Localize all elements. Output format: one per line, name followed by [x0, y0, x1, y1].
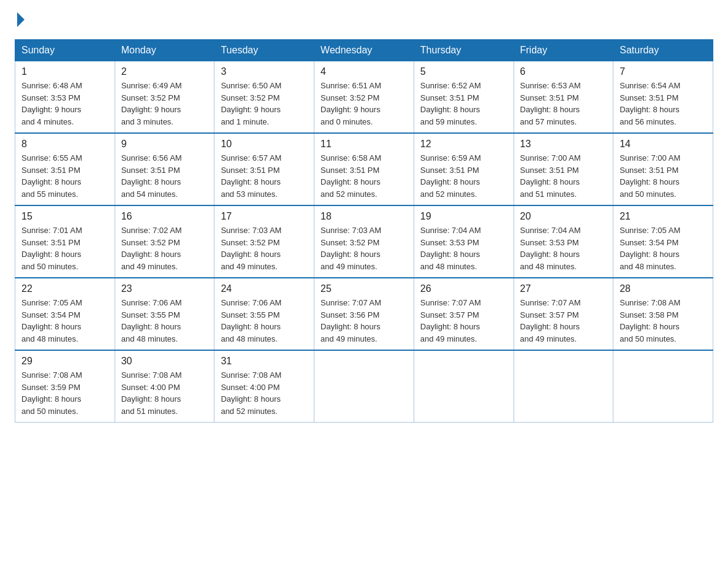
day-number: 1: [21, 66, 108, 77]
calendar-header-friday: Friday: [514, 40, 613, 61]
day-number: 28: [620, 283, 707, 294]
calendar-cell: 11 Sunrise: 6:58 AMSunset: 3:51 PMDaylig…: [314, 133, 414, 205]
day-info: Sunrise: 7:08 AMSunset: 4:00 PMDaylight:…: [221, 369, 308, 417]
calendar-cell: 15 Sunrise: 7:01 AMSunset: 3:51 PMDaylig…: [15, 205, 115, 278]
day-number: 30: [121, 356, 208, 367]
calendar-cell: 10 Sunrise: 6:57 AMSunset: 3:51 PMDaylig…: [214, 133, 314, 205]
day-info: Sunrise: 7:08 AMSunset: 3:59 PMDaylight:…: [21, 369, 108, 417]
calendar-cell: 9 Sunrise: 6:56 AMSunset: 3:51 PMDayligh…: [115, 133, 214, 205]
day-number: 14: [620, 139, 707, 150]
calendar-cell: 22 Sunrise: 7:05 AMSunset: 3:54 PMDaylig…: [15, 278, 115, 350]
calendar-cell: 1 Sunrise: 6:48 AMSunset: 3:53 PMDayligh…: [15, 61, 115, 134]
day-info: Sunrise: 7:00 AMSunset: 3:51 PMDaylight:…: [520, 152, 607, 200]
calendar-week-row: 1 Sunrise: 6:48 AMSunset: 3:53 PMDayligh…: [15, 61, 713, 134]
day-info: Sunrise: 7:00 AMSunset: 3:51 PMDaylight:…: [620, 152, 707, 200]
day-info: Sunrise: 6:51 AMSunset: 3:52 PMDaylight:…: [320, 80, 408, 128]
day-info: Sunrise: 6:56 AMSunset: 3:51 PMDaylight:…: [121, 152, 208, 200]
day-number: 5: [420, 66, 507, 77]
calendar-cell: [613, 350, 713, 423]
day-info: Sunrise: 7:07 AMSunset: 3:56 PMDaylight:…: [320, 297, 408, 345]
day-number: 8: [21, 139, 108, 150]
day-number: 23: [121, 283, 208, 294]
day-info: Sunrise: 7:08 AMSunset: 3:58 PMDaylight:…: [620, 297, 707, 345]
calendar-cell: 23 Sunrise: 7:06 AMSunset: 3:55 PMDaylig…: [115, 278, 214, 350]
calendar-cell: 13 Sunrise: 7:00 AMSunset: 3:51 PMDaylig…: [514, 133, 613, 205]
calendar-cell: [314, 350, 414, 423]
calendar-week-row: 22 Sunrise: 7:05 AMSunset: 3:54 PMDaylig…: [15, 278, 713, 350]
day-info: Sunrise: 7:07 AMSunset: 3:57 PMDaylight:…: [520, 297, 607, 345]
day-info: Sunrise: 7:06 AMSunset: 3:55 PMDaylight:…: [221, 297, 308, 345]
calendar-week-row: 8 Sunrise: 6:55 AMSunset: 3:51 PMDayligh…: [15, 133, 713, 205]
day-number: 26: [420, 283, 507, 294]
calendar-cell: 6 Sunrise: 6:53 AMSunset: 3:51 PMDayligh…: [514, 61, 613, 134]
day-number: 20: [520, 211, 607, 222]
day-number: 7: [620, 66, 707, 77]
day-info: Sunrise: 7:06 AMSunset: 3:55 PMDaylight:…: [121, 297, 208, 345]
calendar-cell: 29 Sunrise: 7:08 AMSunset: 3:59 PMDaylig…: [15, 350, 115, 423]
calendar-week-row: 29 Sunrise: 7:08 AMSunset: 3:59 PMDaylig…: [15, 350, 713, 423]
calendar-header-saturday: Saturday: [613, 40, 713, 61]
day-number: 9: [121, 139, 208, 150]
calendar-cell: 19 Sunrise: 7:04 AMSunset: 3:53 PMDaylig…: [414, 205, 514, 278]
day-number: 16: [121, 211, 208, 222]
day-info: Sunrise: 7:03 AMSunset: 3:52 PMDaylight:…: [221, 224, 308, 272]
calendar-header-monday: Monday: [115, 40, 214, 61]
day-info: Sunrise: 7:08 AMSunset: 4:00 PMDaylight:…: [121, 369, 208, 417]
day-number: 31: [221, 356, 308, 367]
calendar-header-row: SundayMondayTuesdayWednesdayThursdayFrid…: [15, 40, 713, 61]
day-number: 21: [620, 211, 707, 222]
day-info: Sunrise: 6:54 AMSunset: 3:51 PMDaylight:…: [620, 80, 707, 128]
day-number: 13: [520, 139, 607, 150]
day-number: 29: [21, 356, 108, 367]
calendar-cell: 20 Sunrise: 7:04 AMSunset: 3:53 PMDaylig…: [514, 205, 613, 278]
day-info: Sunrise: 6:53 AMSunset: 3:51 PMDaylight:…: [520, 80, 607, 128]
day-info: Sunrise: 6:49 AMSunset: 3:52 PMDaylight:…: [121, 80, 208, 128]
day-number: 19: [420, 211, 507, 222]
day-number: 4: [320, 66, 408, 77]
calendar-header-wednesday: Wednesday: [314, 40, 414, 61]
calendar-header-sunday: Sunday: [15, 40, 115, 61]
day-info: Sunrise: 7:05 AMSunset: 3:54 PMDaylight:…: [21, 297, 108, 345]
day-number: 10: [221, 139, 308, 150]
calendar-cell: 30 Sunrise: 7:08 AMSunset: 4:00 PMDaylig…: [115, 350, 214, 423]
calendar-cell: 8 Sunrise: 6:55 AMSunset: 3:51 PMDayligh…: [15, 133, 115, 205]
day-info: Sunrise: 6:55 AMSunset: 3:51 PMDaylight:…: [21, 152, 108, 200]
day-number: 22: [21, 283, 108, 294]
calendar-cell: 4 Sunrise: 6:51 AMSunset: 3:52 PMDayligh…: [314, 61, 414, 134]
calendar-cell: 2 Sunrise: 6:49 AMSunset: 3:52 PMDayligh…: [115, 61, 214, 134]
logo-arrow-icon: [17, 12, 25, 27]
day-info: Sunrise: 7:04 AMSunset: 3:53 PMDaylight:…: [420, 224, 507, 272]
day-info: Sunrise: 6:52 AMSunset: 3:51 PMDaylight:…: [420, 80, 507, 128]
page-header: [15, 15, 713, 27]
calendar-cell: 12 Sunrise: 6:59 AMSunset: 3:51 PMDaylig…: [414, 133, 514, 205]
calendar-cell: 31 Sunrise: 7:08 AMSunset: 4:00 PMDaylig…: [214, 350, 314, 423]
day-info: Sunrise: 7:05 AMSunset: 3:54 PMDaylight:…: [620, 224, 707, 272]
day-info: Sunrise: 6:57 AMSunset: 3:51 PMDaylight:…: [221, 152, 308, 200]
calendar-cell: 7 Sunrise: 6:54 AMSunset: 3:51 PMDayligh…: [613, 61, 713, 134]
calendar-cell: 26 Sunrise: 7:07 AMSunset: 3:57 PMDaylig…: [414, 278, 514, 350]
day-info: Sunrise: 7:04 AMSunset: 3:53 PMDaylight:…: [520, 224, 607, 272]
day-number: 18: [320, 211, 408, 222]
day-info: Sunrise: 6:48 AMSunset: 3:53 PMDaylight:…: [21, 80, 108, 128]
calendar-cell: [514, 350, 613, 423]
calendar-week-row: 15 Sunrise: 7:01 AMSunset: 3:51 PMDaylig…: [15, 205, 713, 278]
day-number: 11: [320, 139, 408, 150]
calendar-cell: 14 Sunrise: 7:00 AMSunset: 3:51 PMDaylig…: [613, 133, 713, 205]
calendar-cell: 28 Sunrise: 7:08 AMSunset: 3:58 PMDaylig…: [613, 278, 713, 350]
calendar-cell: 21 Sunrise: 7:05 AMSunset: 3:54 PMDaylig…: [613, 205, 713, 278]
calendar-cell: 5 Sunrise: 6:52 AMSunset: 3:51 PMDayligh…: [414, 61, 514, 134]
calendar-cell: 24 Sunrise: 7:06 AMSunset: 3:55 PMDaylig…: [214, 278, 314, 350]
day-info: Sunrise: 7:02 AMSunset: 3:52 PMDaylight:…: [121, 224, 208, 272]
calendar-header-thursday: Thursday: [414, 40, 514, 61]
calendar-cell: [414, 350, 514, 423]
calendar-header-tuesday: Tuesday: [214, 40, 314, 61]
calendar-cell: 3 Sunrise: 6:50 AMSunset: 3:52 PMDayligh…: [214, 61, 314, 134]
day-number: 2: [121, 66, 208, 77]
day-number: 27: [520, 283, 607, 294]
day-info: Sunrise: 7:07 AMSunset: 3:57 PMDaylight:…: [420, 297, 507, 345]
calendar-cell: 27 Sunrise: 7:07 AMSunset: 3:57 PMDaylig…: [514, 278, 613, 350]
day-number: 6: [520, 66, 607, 77]
day-info: Sunrise: 7:03 AMSunset: 3:52 PMDaylight:…: [320, 224, 408, 272]
day-info: Sunrise: 6:59 AMSunset: 3:51 PMDaylight:…: [420, 152, 507, 200]
logo: [15, 15, 25, 27]
